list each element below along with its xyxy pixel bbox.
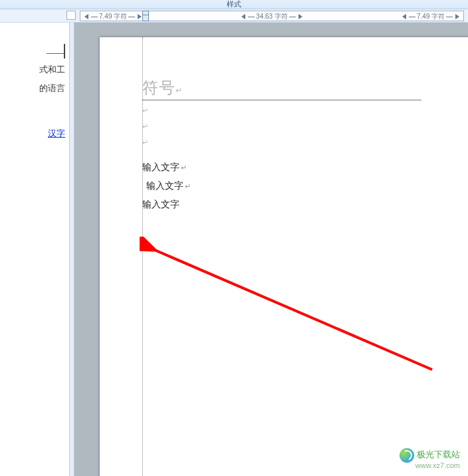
title-placeholder-field[interactable]: 符号↵: [142, 77, 421, 100]
task-pane-text-2: 的语言: [0, 79, 65, 98]
annotation-arrow-icon: [140, 237, 445, 383]
document-background[interactable]: 符号↵ ↵ ↵ ↵ 输入文字↵ 输入文字↵ 输入文字: [74, 23, 468, 476]
ribbon-group-strip: 样式: [0, 0, 468, 9]
task-pane: 式和工 的语言 汉字: [0, 23, 69, 476]
ruler-corner: [66, 11, 76, 20]
paragraph-mark-icon: ↵: [142, 138, 148, 147]
ruler-track[interactable]: 7.49 字符 34.63 字符 7.49 字符: [80, 11, 464, 21]
title-placeholder-text: 符号: [142, 79, 176, 96]
text-line[interactable]: 输入文字↵: [142, 158, 191, 177]
ruler-right-segment: 7.49 字符: [402, 13, 459, 21]
left-margin-guide: [142, 37, 143, 476]
paragraph-mark-icon: ↵: [142, 122, 148, 131]
text-line[interactable]: 输入文字↵: [142, 177, 191, 195]
ribbon-group-label: 样式: [227, 0, 241, 8]
watermark: 极光下载站 www.xz7.com: [400, 448, 460, 469]
hanging-indent-marker[interactable]: [142, 15, 149, 21]
pane-splitter[interactable]: [69, 23, 74, 476]
task-pane-link-hanzi[interactable]: 汉字: [48, 128, 65, 138]
return-mark-icon: ↵: [185, 182, 191, 190]
document-body[interactable]: 输入文字↵ 输入文字↵ 输入文字: [142, 158, 191, 214]
horizontal-ruler[interactable]: 7.49 字符 34.63 字符 7.49 字符: [0, 9, 468, 23]
workspace: 式和工 的语言 汉字 符号↵ ↵ ↵ ↵ 输入文字↵ 输入文字↵ 输入文字: [0, 23, 468, 476]
return-mark-icon: ↵: [176, 86, 183, 95]
ruler-center-segment: 34.63 字符: [147, 13, 397, 21]
svg-line-1: [152, 249, 432, 370]
document-page[interactable]: 符号↵ ↵ ↵ ↵ 输入文字↵ 输入文字↵ 输入文字: [100, 37, 468, 476]
task-pane-text-1: 式和工: [0, 60, 65, 79]
text-line[interactable]: 输入文字: [142, 195, 191, 214]
watermark-url: www.xz7.com: [400, 461, 460, 469]
caret-mark: [64, 44, 65, 59]
watermark-site-name: 极光下载站: [417, 449, 460, 459]
paragraph-mark-icon: ↵: [142, 106, 148, 115]
task-pane-divider: [47, 53, 65, 54]
ruler-left-segment: 7.49 字符: [84, 13, 142, 21]
return-mark-icon: ↵: [181, 164, 187, 172]
watermark-logo-icon: [400, 448, 414, 463]
